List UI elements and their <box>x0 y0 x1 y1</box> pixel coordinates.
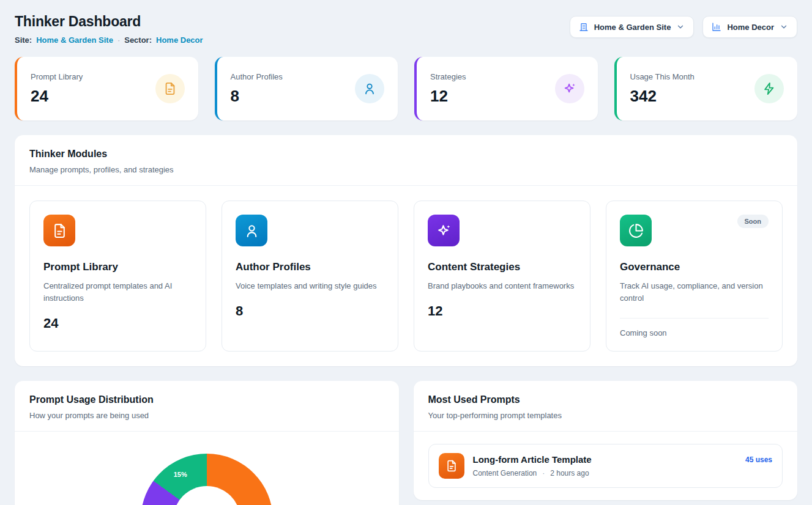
divider <box>414 431 798 432</box>
modules-grid: Prompt Library Centralized prompt templa… <box>15 186 797 366</box>
module-icon-tile <box>620 215 652 246</box>
prompt-info: Long-form Article Template Content Gener… <box>473 454 737 477</box>
stat-text: Strategies 12 <box>430 72 466 106</box>
stat-value: 24 <box>31 87 83 106</box>
site-selector-dropdown[interactable]: Home & Garden Site <box>570 16 695 38</box>
coming-soon-text: Coming soon <box>620 318 769 337</box>
stat-card-strategies: Strategies 12 <box>414 57 598 120</box>
panel-head: Most Used Prompts Your top-performing pr… <box>414 381 798 431</box>
sparkle-icon <box>563 82 576 95</box>
stat-icon-bubble <box>155 74 185 103</box>
separator-dot: · <box>542 469 545 477</box>
dashboard-page: Thinker Dashboard Site: Home & Garden Si… <box>0 0 812 505</box>
separator-dot: · <box>117 35 120 45</box>
panel-head: Prompt Usage Distribution How your promp… <box>15 381 399 431</box>
donut-segment-label: 15% <box>174 471 187 478</box>
topbar-left: Thinker Dashboard Site: Home & Garden Si… <box>15 13 203 45</box>
stat-card-usage: Usage This Month 342 <box>614 57 798 120</box>
document-icon <box>163 82 177 95</box>
stat-value: 8 <box>231 87 283 106</box>
panel-subtitle: Your top-performing prompt templates <box>428 411 783 420</box>
bottom-row: Prompt Usage Distribution How your promp… <box>15 381 797 505</box>
user-icon <box>363 82 376 95</box>
page-title: Thinker Dashboard <box>15 13 203 30</box>
module-card-content-strategies[interactable]: Content Strategies Brand playbooks and c… <box>414 201 590 352</box>
module-count: 24 <box>43 315 192 331</box>
module-icon-tile <box>236 215 267 246</box>
chevron-down-icon <box>780 23 788 31</box>
stats-row: Prompt Library 24 Author Profiles 8 Stra… <box>15 57 797 120</box>
bolt-icon <box>762 82 776 95</box>
panel-title: Thinker Modules <box>29 149 783 160</box>
topbar-selectors: Home & Garden Site Home Decor <box>570 16 797 38</box>
stat-icon-bubble <box>754 74 784 103</box>
panel-subtitle: How your prompts are being used <box>29 411 384 420</box>
module-card-author-profiles[interactable]: Author Profiles Voice templates and writ… <box>222 201 398 352</box>
stat-text: Prompt Library 24 <box>31 72 83 106</box>
module-description: Track AI usage, compliance, and version … <box>620 280 769 304</box>
pie-chart-icon <box>628 223 644 238</box>
prompt-category: Content Generation <box>473 469 537 477</box>
stat-label: Strategies <box>430 72 466 81</box>
prompt-list-item[interactable]: Long-form Article Template Content Gener… <box>428 444 783 488</box>
usage-distribution-panel: Prompt Usage Distribution How your promp… <box>15 381 399 505</box>
soon-badge: Soon <box>737 215 769 228</box>
prompt-uses-badge: 45 uses <box>745 455 772 464</box>
sparkle-icon <box>436 223 452 238</box>
sector-label: Sector: <box>124 35 152 45</box>
site-context-line: Site: Home & Garden Site · Sector: Home … <box>15 35 203 45</box>
stat-card-prompt-library: Prompt Library 24 <box>15 57 198 120</box>
sector-selector-dropdown[interactable]: Home Decor <box>702 16 797 38</box>
module-description: Centralized prompt templates and AI inst… <box>43 280 192 304</box>
topbar: Thinker Dashboard Site: Home & Garden Si… <box>15 13 797 45</box>
module-description: Brand playbooks and content frameworks <box>428 280 576 292</box>
prompt-meta: Content Generation · 2 hours ago <box>473 469 737 477</box>
module-count: 12 <box>428 303 576 319</box>
module-card-prompt-library[interactable]: Prompt Library Centralized prompt templa… <box>29 201 206 352</box>
stat-label: Prompt Library <box>31 72 83 81</box>
sector-selector-label: Home Decor <box>727 23 774 32</box>
prompt-icon-tile <box>439 453 464 479</box>
chevron-down-icon <box>676 23 685 31</box>
module-card-governance[interactable]: Soon Governance Track AI usage, complian… <box>606 201 783 352</box>
module-icon-tile <box>43 215 75 246</box>
user-icon <box>244 223 259 238</box>
document-icon <box>52 223 67 238</box>
panel-head: Thinker Modules Manage prompts, profiles… <box>15 135 797 185</box>
prompt-title: Long-form Article Template <box>473 454 737 465</box>
stat-label: Author Profiles <box>231 72 283 81</box>
chart-area: 15% <box>15 432 399 505</box>
stat-icon-bubble <box>355 74 384 103</box>
bar-chart-icon <box>712 22 721 32</box>
stat-card-author-profiles: Author Profiles 8 <box>215 57 398 120</box>
site-selector-label: Home & Garden Site <box>594 23 671 32</box>
site-label: Site: <box>15 35 32 45</box>
stat-text: Usage This Month 342 <box>630 72 695 106</box>
module-description: Voice templates and writing style guides <box>236 280 384 292</box>
module-icon-tile <box>428 215 460 246</box>
stat-icon-bubble <box>555 74 584 103</box>
document-icon <box>445 460 458 472</box>
stat-value: 12 <box>430 87 466 106</box>
panel-title: Most Used Prompts <box>428 394 783 405</box>
donut-chart: 15% <box>141 454 273 505</box>
panel-subtitle: Manage prompts, profiles, and strategies <box>29 165 783 174</box>
building-icon <box>579 22 589 32</box>
thinker-modules-panel: Thinker Modules Manage prompts, profiles… <box>15 135 797 366</box>
module-title: Prompt Library <box>43 261 192 273</box>
module-count: 8 <box>236 303 384 319</box>
stat-label: Usage This Month <box>630 72 695 81</box>
stat-text: Author Profiles 8 <box>231 72 283 106</box>
most-used-prompts-panel: Most Used Prompts Your top-performing pr… <box>414 381 798 500</box>
prompt-time: 2 hours ago <box>550 469 589 477</box>
module-title: Content Strategies <box>428 261 576 273</box>
module-title: Governance <box>620 261 769 273</box>
stat-value: 342 <box>630 87 695 106</box>
panel-title: Prompt Usage Distribution <box>29 394 384 405</box>
module-title: Author Profiles <box>236 261 384 273</box>
sector-link[interactable]: Home Decor <box>156 35 203 45</box>
site-link[interactable]: Home & Garden Site <box>36 35 113 45</box>
